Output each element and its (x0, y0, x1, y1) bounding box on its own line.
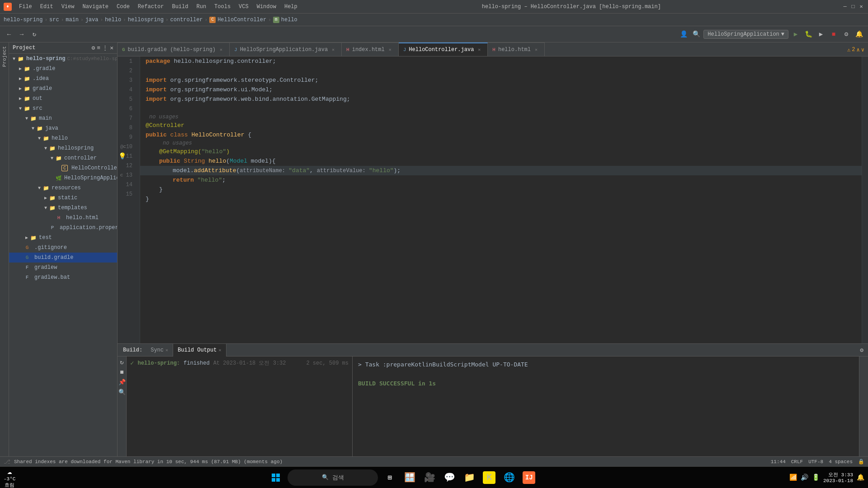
menu-help[interactable]: Help (281, 3, 301, 11)
bottom-panel-settings-icon[interactable]: ⚙ (857, 347, 866, 354)
project-panel-icon[interactable]: Project (2, 44, 7, 69)
back-button[interactable]: ← (4, 29, 14, 40)
taskbar-app-chat[interactable]: 💬 (441, 469, 458, 486)
run-button[interactable]: ▶ (790, 29, 801, 40)
taskbar-app-windows[interactable]: 🪟 (401, 469, 418, 486)
tree-item-static[interactable]: ▶ 📁 static (9, 193, 117, 203)
pin-build-icon[interactable]: 📌 (118, 379, 126, 386)
tree-item-out[interactable]: ▶ 📁 out (9, 94, 117, 103)
menu-code[interactable]: Code (113, 3, 133, 11)
menu-tools[interactable]: Tools (211, 3, 234, 11)
search-build-icon[interactable]: 🔍 (118, 389, 126, 396)
status-encoding[interactable]: UTF-8 (808, 459, 823, 465)
menu-edit[interactable]: Edit (37, 3, 57, 11)
tab-sync-close[interactable]: ✕ (165, 347, 168, 353)
battery-icon[interactable]: 🔋 (812, 474, 820, 481)
tab-close-buildgradle[interactable]: ✕ (218, 47, 224, 52)
taskbar-app-kakao[interactable]: K (481, 469, 497, 486)
tab-close-indexhtml[interactable]: ✕ (387, 47, 393, 52)
taskbar-app-chrome[interactable]: 🌐 (501, 469, 517, 486)
tree-item-gradlew[interactable]: ▶ F gradlew (9, 263, 117, 272)
breadcrumb-src[interactable]: src (49, 17, 59, 23)
tree-item-dotidea[interactable]: ▶ 📁 .idea (9, 74, 117, 84)
breadcrumb-class[interactable]: HelloController (217, 17, 266, 23)
code-content[interactable]: package hello.hellospring.controller; im… (140, 56, 862, 343)
tab-hellocontroller[interactable]: J HelloController.java ✕ (399, 42, 488, 56)
tree-item-dotgradle[interactable]: ▶ 📁 .gradle (9, 64, 117, 74)
menu-view[interactable]: View (58, 3, 78, 11)
run-with-coverage-button[interactable]: ▶ (816, 29, 826, 40)
sound-icon[interactable]: 🔊 (801, 474, 808, 481)
tree-item-appprops[interactable]: ▶ P application.properties (9, 223, 117, 233)
tree-item-hellospringapp[interactable]: ▶ 🌿 HelloSpringApplication (9, 173, 117, 183)
tab-buildgradle[interactable]: G build.gradle (hello-spring) ✕ (118, 42, 230, 56)
refresh-build-icon[interactable]: ↻ (120, 358, 123, 366)
taskview-button[interactable]: ⊞ (382, 469, 398, 486)
settings-button[interactable]: ⚙ (841, 29, 852, 40)
tree-item-buildgradle[interactable]: ▶ G build.gradle (9, 253, 117, 263)
window-controls[interactable]: ─ □ ✕ (842, 4, 864, 10)
tree-item-main[interactable]: ▼ 📁 main (9, 113, 117, 123)
network-icon[interactable]: 📶 (789, 474, 797, 481)
tree-item-gradlewbat[interactable]: ▶ F gradlew.bat (9, 272, 117, 282)
breadcrumb-method[interactable]: hello (281, 17, 297, 23)
tree-item-hello-html-templates[interactable]: ▶ H hello.html (9, 213, 117, 223)
tab-indexhtml[interactable]: H index.html ✕ (342, 42, 399, 56)
editor-scrollbar[interactable] (862, 56, 868, 343)
sidebar-collapse-icon[interactable]: ≡ (97, 45, 100, 52)
taskbar-app-video[interactable]: 🎥 (421, 469, 438, 486)
tree-item-java[interactable]: ▼ 📁 java (9, 123, 117, 133)
tree-item-resources[interactable]: ▼ 📁 resources (9, 183, 117, 193)
breadcrumb-project[interactable]: hello-spring (4, 17, 42, 23)
tree-item-hello-pkg[interactable]: ▼ 📁 hello (9, 133, 117, 143)
maximize-button[interactable]: □ (850, 4, 856, 10)
forward-button[interactable]: → (16, 29, 27, 40)
breadcrumb-java[interactable]: java (85, 17, 99, 23)
tree-item-root[interactable]: ▼ 📁 hello-spring C:#study#hello-spring#h… (9, 54, 117, 64)
tab-build-output-close[interactable]: ✕ (218, 347, 221, 353)
menu-bar[interactable]: File Edit View Navigate Code Refactor Bu… (15, 3, 301, 11)
tree-item-hellospring[interactable]: ▼ 📁 hellospring (9, 143, 117, 153)
tab-close-hellohtml[interactable]: ✕ (533, 47, 539, 52)
menu-window[interactable]: Window (253, 3, 280, 11)
menu-run[interactable]: Run (193, 3, 210, 11)
status-indent[interactable]: 4 spaces (829, 459, 853, 465)
sidebar-close-icon[interactable]: ✕ (110, 44, 113, 52)
tab-hellospringapp[interactable]: J HelloSpringApplication.java ✕ (230, 42, 342, 56)
taskbar-app-files[interactable]: 📁 (461, 469, 477, 486)
menu-vcs[interactable]: VCS (235, 3, 252, 11)
breadcrumb-controller[interactable]: controller (170, 17, 203, 23)
tree-item-gradle[interactable]: ▶ 📁 gradle (9, 84, 117, 94)
tab-hellohtml[interactable]: H hello.html ✕ (488, 42, 545, 56)
notification-center-icon[interactable]: 🔔 (857, 474, 864, 481)
minimize-button[interactable]: ─ (842, 4, 848, 10)
breadcrumb-hello[interactable]: hello (105, 17, 121, 23)
tab-build-output[interactable]: Build Output ✕ (173, 344, 226, 357)
close-button[interactable]: ✕ (858, 4, 864, 10)
stop-button[interactable]: ■ (828, 29, 839, 40)
debug-button[interactable]: 🐛 (803, 29, 814, 40)
tab-close-hellocontroller[interactable]: ✕ (476, 47, 482, 52)
status-line-ending[interactable]: CRLF (791, 459, 803, 465)
sidebar-gear-icon[interactable]: ⚙ (92, 44, 95, 52)
search-everywhere-button[interactable]: 🔍 (691, 29, 702, 40)
notifications-button[interactable]: 🔔 (854, 29, 864, 40)
taskbar-app-intellij[interactable]: IJ (521, 469, 537, 486)
menu-build[interactable]: Build (168, 3, 192, 11)
menu-file[interactable]: File (15, 3, 36, 11)
profile-button[interactable]: 👤 (678, 29, 689, 40)
status-position[interactable]: 11:44 (771, 459, 786, 465)
gutter-bulb-11[interactable]: 💡 (118, 152, 126, 160)
tree-item-test[interactable]: ▶ 📁 test (9, 233, 117, 243)
tree-item-templates[interactable]: ▼ 📁 templates (9, 203, 117, 213)
tree-item-controller[interactable]: ▼ 📁 controller (9, 153, 117, 163)
tab-close-hellospringapp[interactable]: ✕ (330, 47, 336, 52)
refresh-button[interactable]: ↻ (29, 29, 40, 40)
sidebar-settings-icon[interactable]: ⋮ (102, 44, 108, 52)
run-config-selector[interactable]: HelloSpringApplication ▼ (703, 30, 788, 39)
breadcrumb-hellospring[interactable]: hellospring (128, 17, 164, 23)
tree-item-gitignore[interactable]: ▶ G .gitignore (9, 243, 117, 253)
search-taskbar-button[interactable]: 🔍 검색 (288, 469, 378, 486)
menu-navigate[interactable]: Navigate (79, 3, 112, 11)
tree-item-src[interactable]: ▼ 📁 src (9, 103, 117, 113)
